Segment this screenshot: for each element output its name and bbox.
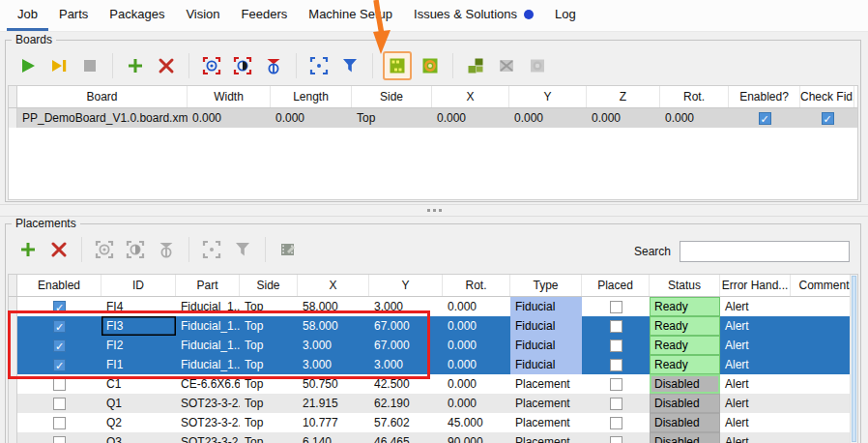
cell-comments[interactable] (791, 394, 858, 413)
cell-placed[interactable] (582, 297, 650, 316)
cell-y[interactable]: 67.000 (369, 316, 443, 336)
cell-id[interactable]: Q3 (101, 432, 176, 443)
cell-z[interactable]: 0.000 (587, 108, 660, 128)
add-board-icon[interactable] (126, 56, 145, 75)
column-header-width[interactable]: Width (188, 86, 271, 107)
cell-part[interactable]: SOT23-3-2... (176, 394, 240, 413)
cell-rot[interactable]: 0.000 (443, 394, 510, 413)
cell-side[interactable]: Top (240, 432, 298, 443)
start-job-icon[interactable] (18, 56, 38, 75)
cell-y[interactable]: 3.000 (369, 297, 443, 316)
cell-error[interactable]: Alert (720, 316, 791, 336)
cell-x[interactable]: 58.000 (298, 316, 369, 336)
checked-checkbox[interactable] (822, 112, 834, 125)
cell-rot[interactable]: 90.000 (443, 432, 510, 443)
cell-error[interactable]: Alert (720, 432, 791, 443)
locate-board-icon[interactable] (383, 51, 412, 80)
cell-comments[interactable] (791, 374, 858, 394)
cell-enabled[interactable] (17, 355, 101, 374)
cell-error[interactable]: Alert (720, 297, 791, 316)
cell-id[interactable]: Q1 (101, 394, 176, 413)
cell-status[interactable]: Ready (650, 297, 720, 316)
cell-part[interactable]: Fiducial_1... (176, 297, 240, 316)
cell-rot[interactable]: 0.000 (443, 336, 510, 355)
cell-enabled[interactable] (17, 297, 101, 316)
cell-status[interactable]: Disabled (650, 394, 720, 413)
column-header-placed[interactable]: Placed (582, 275, 650, 296)
cell-status[interactable]: Disabled (650, 432, 720, 443)
cell-rot[interactable]: 45.000 (443, 413, 510, 432)
cell-enabled[interactable] (17, 394, 101, 413)
cell-x[interactable]: 10.777 (298, 413, 369, 432)
cell-length[interactable]: 0.000 (271, 108, 352, 128)
cell-part[interactable]: Fiducial_1... (176, 336, 240, 355)
capture-camera-location-icon[interactable] (202, 56, 221, 75)
cell-part[interactable]: CE-6.6X6.6... (176, 374, 240, 394)
cell-id[interactable]: FI3 (101, 316, 176, 336)
checked-checkbox[interactable] (53, 359, 66, 371)
cell-placed[interactable] (582, 374, 650, 394)
cell-placed[interactable] (582, 394, 650, 413)
column-header-y[interactable]: Y (509, 86, 587, 107)
cell-type[interactable]: Fiducial (510, 355, 582, 374)
column-header-x[interactable]: X (298, 275, 369, 296)
cell-enabled[interactable] (17, 336, 101, 355)
cell-id[interactable]: C1 (101, 374, 176, 394)
splitter-handle[interactable] (0, 204, 868, 217)
tab-packages[interactable]: Packages (99, 0, 175, 31)
checked-checkbox[interactable] (53, 340, 66, 352)
unchecked-checkbox[interactable] (53, 436, 66, 443)
cell-comments[interactable] (791, 297, 858, 316)
remove-board-icon[interactable] (157, 56, 176, 75)
checked-checkbox[interactable] (759, 112, 771, 125)
tab-log[interactable]: Log (544, 0, 587, 31)
unchecked-checkbox[interactable] (610, 320, 622, 333)
cell-part[interactable]: Fiducial_1... (176, 316, 240, 336)
cell-rot[interactable]: 0.000 (443, 355, 510, 374)
unchecked-checkbox[interactable] (610, 398, 622, 410)
table-row[interactable]: Q1SOT23-3-2...Top21.91562.1900.000Placem… (9, 394, 857, 413)
position-camera-icon[interactable] (309, 56, 329, 75)
table-row[interactable]: Q3SOT23-3-2...Top6.14046.46590.000Placem… (9, 432, 857, 443)
cell-error[interactable]: Alert (720, 413, 791, 432)
search-input[interactable] (680, 241, 850, 262)
table-row[interactable]: FI2Fiducial_1...Top3.00067.0000.000Fiduc… (9, 336, 857, 355)
cell-id[interactable]: Q2 (101, 413, 176, 432)
tab-job[interactable]: Job (7, 0, 48, 31)
column-header-status[interactable]: Status (650, 275, 720, 296)
cell-y[interactable]: 3.000 (369, 355, 443, 374)
cell-side[interactable]: Top (240, 413, 298, 432)
scrollbar-thumb[interactable] (852, 276, 856, 442)
cell-y[interactable]: 46.465 (369, 432, 443, 443)
cell-type[interactable]: Fiducial (510, 336, 582, 355)
cell-type[interactable]: Placement (510, 413, 582, 432)
cell-rot[interactable]: 0.000 (443, 297, 510, 316)
column-header-length[interactable]: Length (271, 86, 352, 107)
unchecked-checkbox[interactable] (610, 378, 622, 391)
table-row[interactable]: C1CE-6.6X6.6...Top50.75042.5000.000Place… (9, 374, 857, 394)
unchecked-checkbox[interactable] (53, 417, 66, 429)
cell-status[interactable]: Ready (650, 336, 720, 355)
cell-x[interactable]: 58.000 (298, 297, 369, 316)
cell-error[interactable]: Alert (720, 394, 791, 413)
cell-part[interactable]: SOT23-3-2... (176, 432, 240, 443)
cell-x[interactable]: 3.000 (298, 355, 369, 374)
cell-x[interactable]: 0.000 (432, 108, 509, 128)
tab-feeders[interactable]: Feeders (231, 0, 299, 31)
column-header-id[interactable]: ID (101, 275, 176, 296)
remove-placement-icon[interactable] (49, 240, 69, 259)
cell-error[interactable]: Alert (720, 336, 791, 355)
column-header-y[interactable]: Y (369, 275, 443, 296)
fiducial-check-icon[interactable] (420, 56, 440, 75)
column-header-rot[interactable]: Rot. (443, 275, 510, 296)
column-header-board[interactable]: Board (17, 86, 188, 107)
cell-side[interactable]: Top (240, 374, 298, 394)
table-row[interactable]: FI3Fiducial_1...Top58.00067.0000.000Fidu… (9, 316, 857, 336)
cell-check_fid[interactable] (800, 108, 854, 128)
tab-parts[interactable]: Parts (48, 0, 99, 31)
capture-tool-location-icon[interactable] (233, 56, 252, 75)
cell-id[interactable]: FI1 (101, 355, 176, 374)
cell-y[interactable]: 57.602 (369, 413, 443, 432)
column-header-part[interactable]: Part (176, 275, 240, 296)
cell-status[interactable]: Disabled (650, 413, 720, 432)
